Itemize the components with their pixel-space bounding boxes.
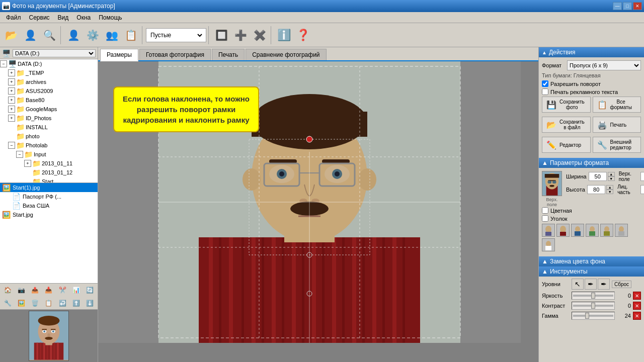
- drive-select[interactable]: DATA (D:): [13, 49, 96, 57]
- expand-icon[interactable]: +: [8, 87, 15, 95]
- toolbar-btn-1[interactable]: 📂: [2, 26, 20, 44]
- face-variant-4[interactable]: [586, 224, 599, 237]
- checkbox-color[interactable]: Цветная: [542, 207, 641, 214]
- toolbar-btn-help[interactable]: ❓: [294, 26, 312, 44]
- drive-selector[interactable]: 🖥️ DATA (D:): [0, 47, 98, 59]
- toolbar-btn-7[interactable]: 📋: [122, 26, 140, 44]
- sm-btn-8[interactable]: 🔧: [1, 298, 14, 309]
- brightness-reset-icon[interactable]: ✕: [633, 292, 641, 300]
- brightness-slider[interactable]: [572, 292, 615, 300]
- toolbar-btn-2[interactable]: 👤: [21, 26, 39, 44]
- bg-replace-header[interactable]: ▲ Замена цвета фона: [539, 256, 644, 266]
- expand-icon[interactable]: +: [24, 160, 31, 167]
- face-variant-7[interactable]: [542, 238, 555, 251]
- tree-item-asus[interactable]: + 📁 ASUS2009: [0, 86, 98, 96]
- sm-btn-2[interactable]: 📷: [15, 285, 28, 296]
- tree-item-input[interactable]: − 📁 Input: [0, 150, 98, 159]
- width-value[interactable]: [589, 172, 607, 181]
- external-editor-button[interactable]: 🔧 Внешнийредактор: [593, 137, 641, 153]
- tree-item-install[interactable]: 📁 INSTALL: [0, 123, 98, 132]
- gamma-reset-icon[interactable]: ✕: [633, 312, 641, 320]
- tree-item-photo[interactable]: 📁 photo: [0, 132, 98, 141]
- contrast-reset-icon[interactable]: ✕: [633, 302, 641, 310]
- sm-btn-3[interactable]: 📤: [29, 285, 42, 296]
- face-variant-5[interactable]: [600, 224, 613, 237]
- tree-item-2013-12[interactable]: 📁 2013_01_12: [0, 168, 98, 177]
- expand-icon[interactable]: +: [8, 106, 15, 113]
- toolbar-btn-info[interactable]: ℹ️: [275, 26, 293, 44]
- expand-icon[interactable]: +: [8, 69, 15, 76]
- checkbox-allow-rotate[interactable]: Разрешить поворот: [542, 80, 641, 87]
- sm-btn-1[interactable]: 🏠: [1, 285, 14, 296]
- face-variant-6[interactable]: [615, 224, 628, 237]
- editor-button[interactable]: ✏️ Редактор: [542, 137, 591, 153]
- expand-icon[interactable]: +: [8, 78, 15, 85]
- tools-section-header[interactable]: ▲ Инструменты: [539, 266, 644, 277]
- sm-btn-4[interactable]: 📥: [42, 285, 55, 296]
- tree-item-idphotos[interactable]: + 📁 ID_Photos: [0, 114, 98, 123]
- tab-print[interactable]: Печать: [212, 49, 245, 60]
- corner-checkbox[interactable]: [542, 215, 548, 222]
- width-up[interactable]: ▲: [608, 172, 615, 176]
- tree-item-googlemaps[interactable]: + 📁 GoogleMaps: [0, 105, 98, 114]
- toolbar-btn-scan[interactable]: 🔲: [212, 26, 230, 44]
- minimize-button[interactable]: —: [613, 2, 622, 10]
- face-variant-3[interactable]: [571, 224, 584, 237]
- expand-icon[interactable]: −: [8, 142, 15, 149]
- tab-ready[interactable]: Готовая фотография: [139, 49, 211, 60]
- tree-item-base80[interactable]: + 📁 Base80: [0, 96, 98, 105]
- sm-btn-7[interactable]: 🔄: [84, 285, 97, 296]
- toolbar-btn-del[interactable]: ✖️: [251, 26, 269, 44]
- save-photo-button[interactable]: 💾 Сохранитьфото: [542, 97, 591, 113]
- all-formats-button[interactable]: 📋 Всеформаты: [593, 97, 641, 113]
- empty-filter-dropdown[interactable]: Пустые Все Обработанные: [146, 28, 206, 42]
- empty-filter-select[interactable]: Пустые Все Обработанные: [148, 31, 204, 39]
- face-variant-2[interactable]: [556, 224, 570, 237]
- toolbar-btn-6[interactable]: 👥: [103, 26, 121, 44]
- levels-reset-button[interactable]: Сброс: [612, 281, 631, 288]
- save-file-button[interactable]: 📂 Сохранитьв файл: [542, 117, 591, 133]
- sm-btn-6[interactable]: 📊: [69, 285, 83, 296]
- contrast-slider[interactable]: [572, 302, 615, 310]
- color-checkbox[interactable]: [542, 207, 548, 214]
- file-item-start1[interactable]: 🖼️ Start(1).jpg: [0, 183, 98, 192]
- file-item-passport[interactable]: 📄 Паспорт РФ (...: [0, 192, 98, 201]
- file-item-start[interactable]: 🖼️ Start.jpg: [0, 210, 98, 219]
- sm-btn-12[interactable]: ↩️: [56, 298, 69, 309]
- levels-eyedrop-btn[interactable]: ✒: [585, 279, 597, 290]
- sm-btn-9[interactable]: 🖼️: [15, 298, 28, 309]
- sm-btn-5[interactable]: ✂️: [56, 285, 69, 296]
- levels-eyedrop2-btn[interactable]: ✒: [598, 279, 610, 290]
- toolbar-btn-add[interactable]: ➕: [231, 26, 250, 44]
- expand-icon[interactable]: +: [8, 115, 15, 122]
- top-margin-value[interactable]: [640, 172, 644, 181]
- height-value[interactable]: [587, 185, 605, 194]
- tree-item-archives[interactable]: + 📁 archives: [0, 77, 98, 86]
- tab-sizes[interactable]: Размеры: [100, 49, 138, 61]
- actions-section-header[interactable]: ▲ Действия: [539, 47, 644, 57]
- expand-icon[interactable]: −: [0, 60, 7, 67]
- levels-cursor-btn[interactable]: ↖: [572, 279, 584, 290]
- toolbar-btn-4[interactable]: 👤: [64, 26, 83, 44]
- sm-btn-11[interactable]: 📋: [42, 298, 55, 309]
- close-button[interactable]: ✕: [633, 2, 642, 10]
- menu-windows[interactable]: Окна: [72, 13, 95, 22]
- print-text-checkbox[interactable]: [542, 88, 548, 95]
- gamma-slider[interactable]: [572, 312, 615, 320]
- tree-item-start[interactable]: 📁 Start: [0, 177, 98, 183]
- params-section-header[interactable]: ▲ Параметры формата: [539, 158, 644, 168]
- expand-icon[interactable]: +: [8, 97, 15, 104]
- file-item-visa[interactable]: 📄 Виза США: [0, 201, 98, 210]
- width-down[interactable]: ▼: [608, 176, 615, 181]
- toolbar-btn-5[interactable]: ⚙️: [84, 26, 102, 44]
- sm-btn-10[interactable]: 🗑️: [29, 298, 42, 309]
- height-up[interactable]: ▲: [606, 185, 613, 190]
- allow-rotate-checkbox[interactable]: [542, 80, 548, 87]
- maximize-button[interactable]: □: [623, 2, 632, 10]
- print-button[interactable]: 🖨️ Печать: [593, 117, 641, 133]
- tree-item-temp[interactable]: + 📁 _TEMP: [0, 68, 98, 77]
- face-height-value[interactable]: [640, 185, 644, 194]
- expand-icon[interactable]: −: [16, 151, 23, 158]
- menu-service[interactable]: Сервис: [25, 13, 54, 22]
- tree-item-data-d[interactable]: − 🖥️ DATA (D:): [0, 59, 98, 68]
